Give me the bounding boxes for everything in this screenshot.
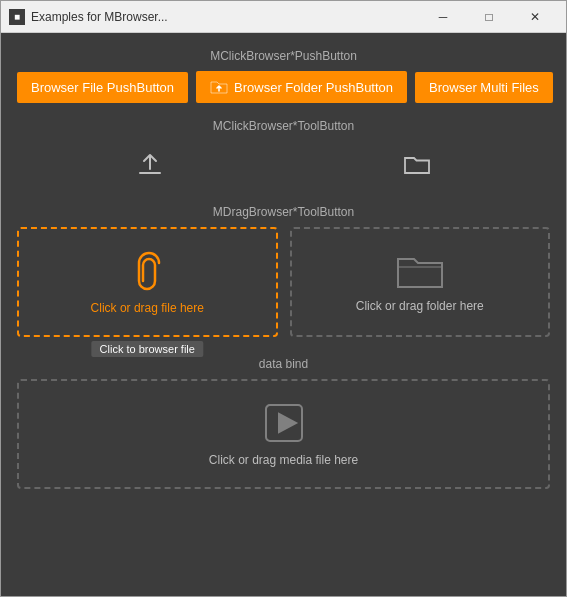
window-controls: ─ □ ✕ <box>420 1 558 33</box>
drag-folder-label: Click or drag folder here <box>356 299 484 313</box>
browser-multi-files-button[interactable]: Browser Multi Files <box>415 72 553 103</box>
data-bind-section-label: data bind <box>17 357 550 371</box>
upload-tool-button[interactable] <box>125 145 175 185</box>
minimize-button[interactable]: ─ <box>420 1 466 33</box>
browser-file-pushbutton[interactable]: Browser File PushButton <box>17 72 188 103</box>
window-icon: ■ <box>9 9 25 25</box>
push-button-row: Browser File PushButton Browser Folder P… <box>17 71 550 103</box>
drag-browser-row: Click or drag file here Click to browser… <box>17 227 550 337</box>
data-bind-box[interactable]: Click or drag media file here <box>17 379 550 489</box>
main-window: ■ Examples for MBrowser... ─ □ ✕ MClickB… <box>0 0 567 597</box>
push-button-section-label: MClickBrowser*PushButton <box>17 49 550 63</box>
play-icon <box>262 401 306 445</box>
folder-tool-button[interactable] <box>392 145 442 185</box>
drag-browser-section-label: MDragBrowser*ToolButton <box>17 205 550 219</box>
tool-button-section-label: MClickBrowser*ToolButton <box>17 119 550 133</box>
maximize-button[interactable]: □ <box>466 1 512 33</box>
browser-folder-pushbutton[interactable]: Browser Folder PushButton <box>196 71 407 103</box>
data-bind-section: data bind Click or drag media file here <box>17 357 550 489</box>
drag-file-label: Click or drag file here <box>91 301 204 315</box>
drag-file-box[interactable]: Click or drag file here Click to browser… <box>17 227 278 337</box>
folder-drag-icon <box>396 251 444 291</box>
svg-marker-1 <box>279 414 296 432</box>
data-bind-box-label: Click or drag media file here <box>209 453 358 467</box>
folder-icon <box>403 153 431 177</box>
paperclip-icon <box>125 249 169 293</box>
drag-folder-box[interactable]: Click or drag folder here <box>290 227 551 337</box>
upload-icon <box>136 151 164 179</box>
tool-button-row <box>17 141 550 189</box>
content-area: MClickBrowser*PushButton Browser File Pu… <box>1 33 566 596</box>
folder-upload-icon <box>210 79 228 95</box>
close-button[interactable]: ✕ <box>512 1 558 33</box>
window-title: Examples for MBrowser... <box>31 10 420 24</box>
drag-file-tooltip: Click to browser file <box>92 341 203 357</box>
title-bar: ■ Examples for MBrowser... ─ □ ✕ <box>1 1 566 33</box>
